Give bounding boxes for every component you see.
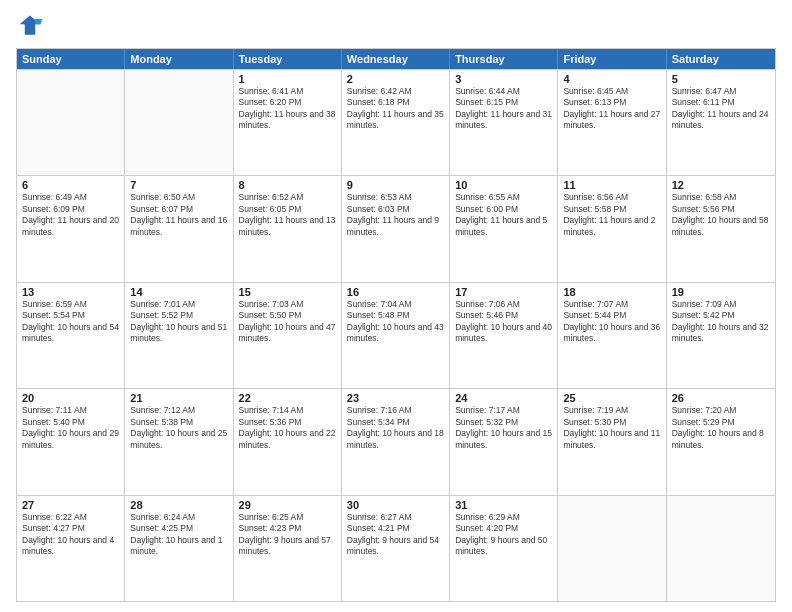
calendar-cell — [125, 70, 233, 175]
calendar-cell: 22Sunrise: 7:14 AM Sunset: 5:36 PM Dayli… — [234, 389, 342, 494]
calendar-cell — [17, 70, 125, 175]
calendar-cell: 25Sunrise: 7:19 AM Sunset: 5:30 PM Dayli… — [558, 389, 666, 494]
day-info: Sunrise: 7:17 AM Sunset: 5:32 PM Dayligh… — [455, 405, 552, 451]
calendar-cell: 28Sunrise: 6:24 AM Sunset: 4:25 PM Dayli… — [125, 496, 233, 601]
day-number: 4 — [563, 73, 660, 85]
calendar-cell: 2Sunrise: 6:42 AM Sunset: 6:18 PM Daylig… — [342, 70, 450, 175]
day-info: Sunrise: 6:41 AM Sunset: 6:20 PM Dayligh… — [239, 86, 336, 132]
day-info: Sunrise: 7:19 AM Sunset: 5:30 PM Dayligh… — [563, 405, 660, 451]
calendar-row-5: 27Sunrise: 6:22 AM Sunset: 4:27 PM Dayli… — [17, 495, 775, 601]
day-number: 10 — [455, 179, 552, 191]
day-number: 9 — [347, 179, 444, 191]
day-info: Sunrise: 7:07 AM Sunset: 5:44 PM Dayligh… — [563, 299, 660, 345]
day-info: Sunrise: 6:42 AM Sunset: 6:18 PM Dayligh… — [347, 86, 444, 132]
day-number: 7 — [130, 179, 227, 191]
day-number: 19 — [672, 286, 770, 298]
calendar-cell: 31Sunrise: 6:29 AM Sunset: 4:20 PM Dayli… — [450, 496, 558, 601]
day-info: Sunrise: 7:03 AM Sunset: 5:50 PM Dayligh… — [239, 299, 336, 345]
day-number: 12 — [672, 179, 770, 191]
day-info: Sunrise: 7:06 AM Sunset: 5:46 PM Dayligh… — [455, 299, 552, 345]
logo — [16, 12, 48, 40]
day-number: 26 — [672, 392, 770, 404]
day-info: Sunrise: 6:50 AM Sunset: 6:07 PM Dayligh… — [130, 192, 227, 238]
calendar-cell: 20Sunrise: 7:11 AM Sunset: 5:40 PM Dayli… — [17, 389, 125, 494]
day-info: Sunrise: 6:53 AM Sunset: 6:03 PM Dayligh… — [347, 192, 444, 238]
header-day-tuesday: Tuesday — [234, 49, 342, 69]
day-number: 24 — [455, 392, 552, 404]
page: SundayMondayTuesdayWednesdayThursdayFrid… — [0, 0, 792, 612]
calendar-cell: 19Sunrise: 7:09 AM Sunset: 5:42 PM Dayli… — [667, 283, 775, 388]
day-number: 31 — [455, 499, 552, 511]
day-info: Sunrise: 7:20 AM Sunset: 5:29 PM Dayligh… — [672, 405, 770, 451]
calendar-cell: 13Sunrise: 6:59 AM Sunset: 5:54 PM Dayli… — [17, 283, 125, 388]
day-info: Sunrise: 6:24 AM Sunset: 4:25 PM Dayligh… — [130, 512, 227, 558]
day-number: 30 — [347, 499, 444, 511]
calendar-cell: 14Sunrise: 7:01 AM Sunset: 5:52 PM Dayli… — [125, 283, 233, 388]
day-info: Sunrise: 7:11 AM Sunset: 5:40 PM Dayligh… — [22, 405, 119, 451]
day-info: Sunrise: 6:25 AM Sunset: 4:23 PM Dayligh… — [239, 512, 336, 558]
calendar-cell: 24Sunrise: 7:17 AM Sunset: 5:32 PM Dayli… — [450, 389, 558, 494]
day-number: 2 — [347, 73, 444, 85]
calendar-cell: 17Sunrise: 7:06 AM Sunset: 5:46 PM Dayli… — [450, 283, 558, 388]
day-number: 28 — [130, 499, 227, 511]
calendar-cell: 23Sunrise: 7:16 AM Sunset: 5:34 PM Dayli… — [342, 389, 450, 494]
calendar-cell: 12Sunrise: 6:58 AM Sunset: 5:56 PM Dayli… — [667, 176, 775, 281]
calendar-row-2: 6Sunrise: 6:49 AM Sunset: 6:09 PM Daylig… — [17, 175, 775, 281]
day-number: 18 — [563, 286, 660, 298]
calendar-cell: 26Sunrise: 7:20 AM Sunset: 5:29 PM Dayli… — [667, 389, 775, 494]
day-number: 15 — [239, 286, 336, 298]
calendar-cell: 8Sunrise: 6:52 AM Sunset: 6:05 PM Daylig… — [234, 176, 342, 281]
day-info: Sunrise: 6:44 AM Sunset: 6:15 PM Dayligh… — [455, 86, 552, 132]
day-number: 13 — [22, 286, 119, 298]
header-day-wednesday: Wednesday — [342, 49, 450, 69]
calendar-header: SundayMondayTuesdayWednesdayThursdayFrid… — [17, 49, 775, 69]
header-day-friday: Friday — [558, 49, 666, 69]
calendar-cell: 5Sunrise: 6:47 AM Sunset: 6:11 PM Daylig… — [667, 70, 775, 175]
header-day-thursday: Thursday — [450, 49, 558, 69]
day-info: Sunrise: 6:55 AM Sunset: 6:00 PM Dayligh… — [455, 192, 552, 238]
logo-icon — [16, 12, 44, 40]
calendar-cell: 16Sunrise: 7:04 AM Sunset: 5:48 PM Dayli… — [342, 283, 450, 388]
day-info: Sunrise: 6:29 AM Sunset: 4:20 PM Dayligh… — [455, 512, 552, 558]
calendar-cell: 15Sunrise: 7:03 AM Sunset: 5:50 PM Dayli… — [234, 283, 342, 388]
day-info: Sunrise: 7:14 AM Sunset: 5:36 PM Dayligh… — [239, 405, 336, 451]
calendar-cell: 6Sunrise: 6:49 AM Sunset: 6:09 PM Daylig… — [17, 176, 125, 281]
day-info: Sunrise: 6:45 AM Sunset: 6:13 PM Dayligh… — [563, 86, 660, 132]
calendar-row-1: 1Sunrise: 6:41 AM Sunset: 6:20 PM Daylig… — [17, 69, 775, 175]
svg-marker-1 — [20, 16, 41, 35]
day-number: 27 — [22, 499, 119, 511]
calendar-cell: 29Sunrise: 6:25 AM Sunset: 4:23 PM Dayli… — [234, 496, 342, 601]
calendar-cell — [667, 496, 775, 601]
day-info: Sunrise: 7:01 AM Sunset: 5:52 PM Dayligh… — [130, 299, 227, 345]
day-info: Sunrise: 6:49 AM Sunset: 6:09 PM Dayligh… — [22, 192, 119, 238]
day-info: Sunrise: 7:12 AM Sunset: 5:38 PM Dayligh… — [130, 405, 227, 451]
calendar-row-3: 13Sunrise: 6:59 AM Sunset: 5:54 PM Dayli… — [17, 282, 775, 388]
calendar-cell: 18Sunrise: 7:07 AM Sunset: 5:44 PM Dayli… — [558, 283, 666, 388]
day-number: 21 — [130, 392, 227, 404]
day-number: 17 — [455, 286, 552, 298]
header — [16, 12, 776, 40]
calendar-row-4: 20Sunrise: 7:11 AM Sunset: 5:40 PM Dayli… — [17, 388, 775, 494]
day-info: Sunrise: 6:27 AM Sunset: 4:21 PM Dayligh… — [347, 512, 444, 558]
day-number: 29 — [239, 499, 336, 511]
day-number: 6 — [22, 179, 119, 191]
day-info: Sunrise: 7:16 AM Sunset: 5:34 PM Dayligh… — [347, 405, 444, 451]
day-info: Sunrise: 7:04 AM Sunset: 5:48 PM Dayligh… — [347, 299, 444, 345]
day-number: 22 — [239, 392, 336, 404]
calendar-body: 1Sunrise: 6:41 AM Sunset: 6:20 PM Daylig… — [17, 69, 775, 601]
calendar-cell: 3Sunrise: 6:44 AM Sunset: 6:15 PM Daylig… — [450, 70, 558, 175]
day-number: 16 — [347, 286, 444, 298]
svg-marker-2 — [35, 19, 42, 24]
day-info: Sunrise: 7:09 AM Sunset: 5:42 PM Dayligh… — [672, 299, 770, 345]
day-number: 3 — [455, 73, 552, 85]
calendar-cell: 11Sunrise: 6:56 AM Sunset: 5:58 PM Dayli… — [558, 176, 666, 281]
day-number: 11 — [563, 179, 660, 191]
header-day-sunday: Sunday — [17, 49, 125, 69]
calendar-cell: 10Sunrise: 6:55 AM Sunset: 6:00 PM Dayli… — [450, 176, 558, 281]
day-number: 25 — [563, 392, 660, 404]
day-number: 14 — [130, 286, 227, 298]
day-info: Sunrise: 6:47 AM Sunset: 6:11 PM Dayligh… — [672, 86, 770, 132]
calendar-cell: 9Sunrise: 6:53 AM Sunset: 6:03 PM Daylig… — [342, 176, 450, 281]
calendar-cell: 7Sunrise: 6:50 AM Sunset: 6:07 PM Daylig… — [125, 176, 233, 281]
calendar: SundayMondayTuesdayWednesdayThursdayFrid… — [16, 48, 776, 602]
